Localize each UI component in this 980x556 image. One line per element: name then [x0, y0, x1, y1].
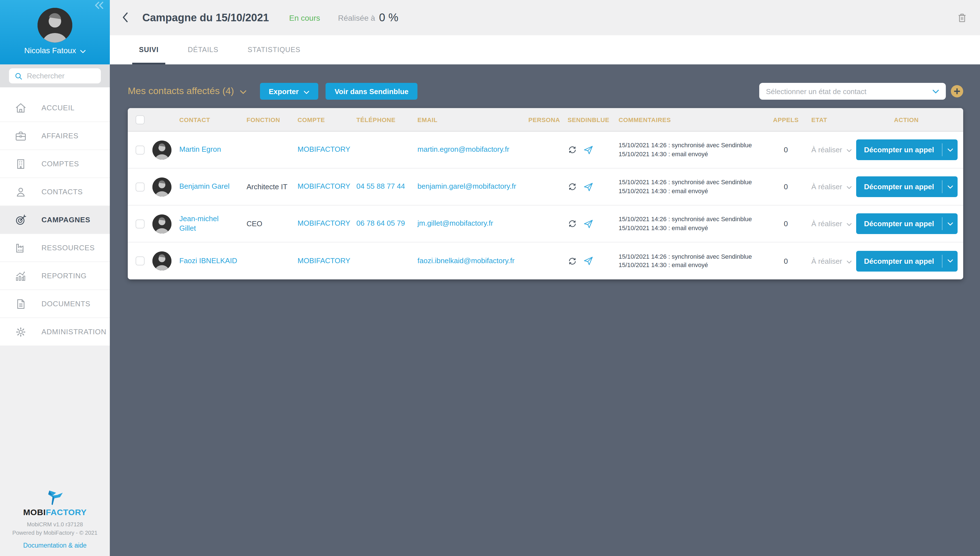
count-call-split-button: Décompter un appel: [856, 213, 957, 234]
sidebar-item-ressources[interactable]: RESSOURCES: [0, 234, 110, 262]
row-checkbox[interactable]: [136, 145, 144, 154]
count-call-button[interactable]: Décompter un appel: [856, 213, 942, 234]
email-link[interactable]: martin.egron@mobifactory.fr: [418, 145, 528, 155]
sidebar-item-comptes[interactable]: COMPTES: [0, 150, 110, 178]
send-email-icon[interactable]: [583, 219, 593, 229]
table-header-row: CONTACT FONCTION COMPTE TÉLÉPHONE EMAIL …: [128, 108, 963, 132]
calls-count: 0: [760, 257, 812, 265]
sidebar-item-administration[interactable]: ADMINISTRATION: [0, 318, 110, 346]
app-version: MobiCRM v1.0 r37128: [12, 521, 97, 529]
view-sendinblue-button[interactable]: Voir dans Sendinblue: [326, 83, 418, 100]
building-icon: [15, 158, 27, 170]
tab-suivi[interactable]: SUIVI: [132, 35, 165, 65]
state-dropdown[interactable]: À réaliser: [812, 257, 855, 265]
tab-bar: SUIVI DÉTAILS STATISTIQUES: [110, 35, 980, 65]
chevron-down-icon: [240, 86, 246, 97]
row-checkbox[interactable]: [136, 219, 144, 228]
calls-count: 0: [760, 220, 812, 228]
email-link[interactable]: faozi.ibnelkaid@mobifactory.fr: [418, 256, 528, 266]
campaign-content: Mes contacts affectés (4) Exporter Voir …: [110, 65, 980, 556]
select-all-checkbox[interactable]: [136, 115, 144, 124]
chevron-down-icon: [304, 87, 309, 95]
account-link[interactable]: MOBIFACTORY: [298, 256, 356, 266]
count-call-split-button: Décompter un appel: [856, 251, 957, 271]
progress-label: Réalisée à: [338, 13, 375, 22]
count-call-caret[interactable]: [943, 176, 957, 197]
page-header: Campagne du 15/10/2021 En cours Réalisée…: [110, 0, 980, 35]
count-call-caret[interactable]: [943, 251, 957, 271]
tab-statistiques[interactable]: STATISTIQUES: [241, 35, 307, 65]
send-email-icon[interactable]: [583, 182, 593, 192]
sidebar-item-accueil[interactable]: ACCUEIL: [0, 94, 110, 122]
contact-name-link[interactable]: Faozi IBNELKAID: [179, 256, 246, 266]
sidebar-item-label: COMPTES: [42, 160, 79, 168]
account-link[interactable]: MOBIFACTORY: [298, 182, 356, 191]
sidebar-footer: MOBIFACTORY MobiCRM v1.0 r37128 Powered …: [0, 346, 110, 556]
table-row: Faozi IBNELKAID MOBIFACTORY faozi.ibnelk…: [128, 242, 963, 280]
count-call-button[interactable]: Décompter un appel: [856, 251, 942, 271]
count-call-button[interactable]: Décompter un appel: [856, 139, 942, 160]
account-link[interactable]: MOBIFACTORY: [298, 145, 356, 155]
add-contact-state-button[interactable]: [951, 85, 963, 97]
sync-icon[interactable]: [568, 219, 577, 228]
profile-header: Nicolas Fatoux: [0, 0, 110, 65]
mobifactory-bird-icon: [45, 490, 65, 506]
sync-icon[interactable]: [568, 145, 577, 155]
state-dropdown[interactable]: À réaliser: [812, 220, 855, 228]
sidebar-collapse-icon[interactable]: [94, 1, 104, 11]
state-dropdown[interactable]: À réaliser: [812, 183, 855, 191]
count-call-caret[interactable]: [943, 213, 957, 234]
sidebar-item-contacts[interactable]: CONTACTS: [0, 178, 110, 206]
phone-link[interactable]: 06 78 64 05 79: [356, 219, 418, 228]
col-fonction: FONCTION: [246, 116, 298, 123]
col-sendinblue: SENDINBLUE: [568, 116, 619, 123]
powered-by: Powered by MobiFactory - © 2021: [12, 529, 97, 537]
col-appels: APPELS: [760, 116, 812, 123]
contact-state-select[interactable]: Sélectionner un état de contact: [759, 83, 946, 100]
contact-avatar: [152, 177, 172, 196]
export-button[interactable]: Exporter: [260, 83, 318, 100]
sync-icon[interactable]: [568, 182, 577, 191]
col-etat: ETAT: [812, 116, 855, 123]
contact-name-link[interactable]: Martin Egron: [179, 145, 246, 155]
user-name: Nicolas Fatoux: [24, 46, 76, 55]
state-dropdown[interactable]: À réaliser: [812, 145, 855, 154]
send-email-icon[interactable]: [583, 145, 593, 155]
sync-icon[interactable]: [568, 256, 577, 266]
count-call-caret[interactable]: [943, 139, 957, 160]
gear-icon: [15, 326, 27, 338]
toolbar: Mes contacts affectés (4) Exporter Voir …: [128, 83, 963, 100]
mobifactory-logo: MOBIFACTORY: [23, 507, 87, 517]
row-checkbox[interactable]: [136, 182, 144, 191]
count-call-button[interactable]: Décompter un appel: [856, 176, 942, 197]
user-menu[interactable]: Nicolas Fatoux: [24, 46, 86, 55]
search-input[interactable]: [27, 72, 94, 80]
sidebar-item-affaires[interactable]: AFFAIRES: [0, 122, 110, 150]
email-link[interactable]: jm.gillet@mobifactory.fr: [418, 219, 528, 228]
send-email-icon[interactable]: [583, 256, 593, 266]
col-email: EMAIL: [418, 116, 528, 123]
account-link[interactable]: MOBIFACTORY: [298, 219, 356, 228]
count-call-split-button: Décompter un appel: [856, 176, 957, 197]
sidebar-menu: ACCUEIL AFFAIRES COMPTES CONTACTS CAMPAG…: [0, 87, 110, 346]
home-icon: [15, 102, 27, 114]
contacts-filter-dropdown[interactable]: Mes contacts affectés (4): [128, 86, 246, 97]
row-checkbox[interactable]: [136, 257, 144, 265]
sidebar-item-label: CONTACTS: [42, 187, 83, 196]
documentation-link[interactable]: Documentation & aide: [23, 542, 87, 549]
delete-campaign-button[interactable]: [956, 12, 968, 23]
sidebar-item-label: CAMPAGNES: [42, 216, 90, 224]
back-button[interactable]: [122, 12, 133, 23]
sidebar-item-campagnes[interactable]: CAMPAGNES: [0, 206, 110, 234]
phone-link[interactable]: 04 55 88 77 44: [356, 182, 418, 191]
target-icon: [15, 213, 27, 226]
email-link[interactable]: benjamin.garel@mobifactory.fr: [418, 182, 528, 191]
sidebar-item-documents[interactable]: DOCUMENTS: [0, 290, 110, 318]
table-row: Jean-michel Gillet CEO MOBIFACTORY 06 78…: [128, 205, 963, 242]
contact-name-link[interactable]: Benjamin Garel: [179, 182, 246, 191]
sidebar-item-label: DOCUMENTS: [42, 299, 91, 308]
tab-details[interactable]: DÉTAILS: [181, 35, 225, 65]
sidebar-item-reporting[interactable]: REPORTING: [0, 262, 110, 290]
contact-name-link[interactable]: Jean-michel Gillet: [179, 214, 246, 233]
comment-line: 15/10/2021 14:30 : email envoyé: [619, 150, 753, 158]
